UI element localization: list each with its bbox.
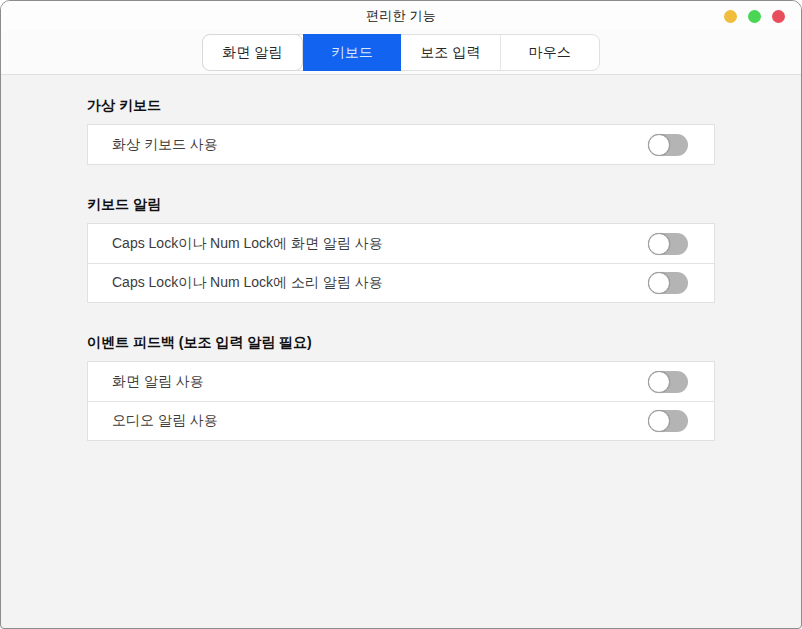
- onscreen-keyboard-toggle[interactable]: [648, 134, 688, 156]
- settings-card: Caps Lock이나 Num Lock에 화면 알림 사용 Caps Lock…: [87, 223, 715, 303]
- toggle-knob: [648, 134, 670, 156]
- tab-mouse[interactable]: 마우스: [500, 35, 600, 70]
- content-area: 가상 키보드 화상 키보드 사용 키보드 알림 Caps Lock이나 Num …: [1, 75, 801, 441]
- setting-row: 화상 키보드 사용: [88, 125, 714, 164]
- window-controls: [724, 1, 785, 31]
- audio-alert-toggle[interactable]: [648, 410, 688, 432]
- toggle-knob: [648, 371, 670, 393]
- setting-label: 오디오 알림 사용: [112, 412, 218, 430]
- tab-keyboard[interactable]: 키보드: [303, 34, 402, 71]
- setting-row: 화면 알림 사용: [88, 362, 714, 401]
- section-header: 키보드 알림: [87, 196, 715, 213]
- setting-label: 화면 알림 사용: [112, 373, 204, 391]
- tab-group: 화면 알림 키보드 보조 입력 마우스: [202, 34, 600, 71]
- setting-label: Caps Lock이나 Num Lock에 소리 알림 사용: [112, 274, 383, 292]
- tab-assistive-input[interactable]: 보조 입력: [401, 35, 500, 70]
- maximize-button[interactable]: [748, 10, 761, 23]
- setting-row: Caps Lock이나 Num Lock에 화면 알림 사용: [88, 224, 714, 263]
- section-keyboard-alerts: 키보드 알림 Caps Lock이나 Num Lock에 화면 알림 사용 Ca…: [87, 196, 715, 303]
- toggle-knob: [648, 272, 670, 294]
- settings-card: 화상 키보드 사용: [87, 124, 715, 165]
- settings-window: 편리한 기능 화면 알림 키보드 보조 입력 마우스 가상 키보드 화상 키보드…: [0, 0, 802, 629]
- setting-label: 화상 키보드 사용: [112, 136, 218, 154]
- setting-row: Caps Lock이나 Num Lock에 소리 알림 사용: [88, 263, 714, 302]
- toggle-knob: [648, 410, 670, 432]
- window-title: 편리한 기능: [366, 7, 436, 25]
- section-event-feedback: 이벤트 피드백 (보조 입력 알림 필요) 화면 알림 사용 오디오 알림 사용: [87, 334, 715, 441]
- capslock-visual-alert-toggle[interactable]: [648, 233, 688, 255]
- capslock-sound-alert-toggle[interactable]: [648, 272, 688, 294]
- settings-card: 화면 알림 사용 오디오 알림 사용: [87, 361, 715, 441]
- section-header: 가상 키보드: [87, 97, 715, 114]
- setting-row: 오디오 알림 사용: [88, 401, 714, 440]
- tab-bar: 화면 알림 키보드 보조 입력 마우스: [1, 31, 801, 75]
- visual-alert-toggle[interactable]: [648, 371, 688, 393]
- toggle-knob: [648, 233, 670, 255]
- minimize-button[interactable]: [724, 10, 737, 23]
- setting-label: Caps Lock이나 Num Lock에 화면 알림 사용: [112, 235, 383, 253]
- tab-screen-alert[interactable]: 화면 알림: [202, 34, 303, 71]
- section-virtual-keyboard: 가상 키보드 화상 키보드 사용: [87, 97, 715, 165]
- section-header: 이벤트 피드백 (보조 입력 알림 필요): [87, 334, 715, 351]
- titlebar[interactable]: 편리한 기능: [1, 1, 801, 31]
- close-button[interactable]: [772, 10, 785, 23]
